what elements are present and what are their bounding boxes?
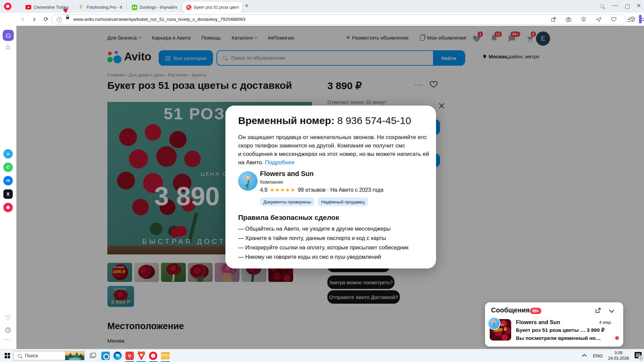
tray-time: 3:05 — [603, 350, 634, 356]
tray-date: 24.03.2026 — [603, 356, 634, 361]
tab-duolingo[interactable]: Duolingo - Изучайте англ — [128, 2, 180, 13]
tray-language[interactable]: ENG — [593, 353, 603, 358]
bookmark-heart-icon[interactable] — [611, 16, 617, 22]
open-messenger-icon[interactable] — [594, 307, 602, 314]
temporary-phone-number: 8 936 574-45-10 — [337, 115, 411, 126]
send-to-device-icon[interactable] — [596, 16, 602, 22]
tab-title: Букет роз 51 роза цветы — [194, 5, 239, 10]
speed-dial-home-icon[interactable] — [3, 30, 14, 41]
tab-title: Fotohosting.Pro - Фотохо — [87, 5, 122, 10]
youtube-icon — [25, 4, 31, 10]
task-view-icon[interactable] — [90, 353, 96, 358]
seller-avatar[interactable] — [238, 171, 258, 191]
collapse-chevron-icon[interactable] — [609, 308, 614, 313]
taskbar-search-placeholder: Поиск — [25, 353, 38, 358]
more-details-link[interactable]: Подробнее — [265, 159, 294, 166]
tab-fotohosting[interactable]: F Fotohosting.Pro - Фотохо — [75, 2, 125, 13]
taskbar-search-box[interactable]: Поиск — [13, 351, 85, 360]
edge-icon[interactable] — [113, 352, 122, 360]
extensions-cube-icon[interactable] — [629, 16, 636, 22]
message-date: 4 мар. — [599, 320, 612, 325]
modal-close-icon[interactable]: × — [438, 100, 445, 112]
tab-title: Duolingo - Изучайте англ — [140, 5, 177, 10]
messages-title: Сообщения — [491, 306, 530, 314]
modal-title: Временный номер: 8 936 574-45-10 — [238, 115, 411, 126]
forward-icon[interactable]: › — [33, 14, 36, 24]
fotohosting-icon: F — [78, 4, 84, 10]
tray-expand-icon[interactable] — [582, 354, 587, 359]
modal-body: Он защищает продавца от нежелательных зв… — [238, 133, 429, 167]
share-page-icon[interactable] — [550, 16, 556, 22]
message-sender-name[interactable]: Flowers and Sun — [516, 319, 560, 325]
whatsapp-icon[interactable]: ✆ — [3, 163, 13, 172]
address-bar: ‹ › ⟳ www.avito.ru/moskva/rasteniya/buke… — [0, 13, 644, 26]
site-info-icon[interactable] — [57, 17, 62, 22]
taskbar-search-icon — [18, 354, 21, 358]
message-sender-avatar — [488, 317, 500, 330]
opera-news-icon[interactable] — [3, 203, 13, 212]
safety-rules-title: Правила безопасных сделок — [238, 214, 339, 222]
tab-separator — [126, 4, 127, 9]
tab-avito-active[interactable]: Букет роз 51 роза цветы — [182, 2, 242, 13]
file-explorer-icon[interactable] — [161, 352, 170, 359]
telegram-icon[interactable]: ➤ — [3, 149, 13, 159]
start-button-icon[interactable] — [5, 353, 10, 358]
back-icon[interactable]: ‹ — [21, 14, 24, 24]
minimize-icon[interactable]: — — [612, 2, 618, 9]
safety-rule: — Храните в тайне почту, данные паспорта… — [238, 235, 386, 241]
likes-heart-icon[interactable]: ♡ — [5, 314, 11, 322]
temporary-number-modal: Временный номер: 8 936 574-45-10 Он защи… — [225, 106, 436, 268]
opera-sidebar: ☆ ➤ ✆ VK X ♡ ··· — [0, 26, 17, 349]
safety-rule: — Никому не говорите коды из смс и пуш-у… — [238, 254, 381, 260]
opera-taskbar-icon[interactable] — [149, 352, 157, 360]
reload-icon[interactable]: ⟳ — [44, 15, 48, 24]
messages-popup: Сообщения 99+ РОЗА 3890 ₽ Flowers and Su… — [485, 302, 623, 347]
adblock-shield-icon[interactable] — [581, 16, 587, 22]
duolingo-icon — [131, 4, 137, 10]
close-window-icon[interactable]: × — [637, 2, 641, 9]
badge-documents-verified: Документы проверены — [260, 197, 314, 206]
seller-name[interactable]: Flowers and Sun — [260, 170, 314, 178]
new-tab-button[interactable]: + — [245, 2, 249, 10]
history-clock-icon[interactable] — [5, 327, 11, 334]
windows-taskbar: Поиск V ENG — [0, 349, 644, 362]
x-twitter-icon[interactable]: X — [3, 189, 13, 199]
taskbar-search-image — [65, 351, 84, 360]
rating-stars-icon: ★★★★★ — [270, 187, 296, 193]
opera-menu-icon[interactable] — [4, 3, 11, 10]
seller-badges: Документы проверены Надёжный продавец — [260, 197, 371, 206]
badge-reliable-seller: Надёжный продавец — [318, 197, 368, 206]
message-line-preview[interactable]: Вы посмотрели временный но… — [516, 335, 610, 341]
rating-value: 4,9 — [260, 187, 267, 193]
seller-type: Компания — [260, 179, 283, 185]
screen: Clementine Tickles AJ – Ro F Fotohosting… — [0, 0, 644, 362]
lock-icon[interactable] — [66, 17, 69, 19]
safety-rule: — Общайтесь на Авито, не уходите в други… — [238, 226, 390, 232]
sidebar-toggle-pill[interactable] — [639, 15, 642, 23]
seller-rating-row[interactable]: 4,9 ★★★★★ 99 отзывов · На Авито с 2023 г… — [260, 187, 383, 193]
bookmarks-star-icon[interactable]: ☆ — [5, 43, 11, 51]
browser-tab-bar: Clementine Tickles AJ – Ro F Fotohosting… — [0, 0, 644, 13]
messages-count-badge: 99+ — [530, 308, 541, 314]
message-line-item[interactable]: Букет роз 51 роза цветы … 3 890 ₽ — [516, 327, 604, 333]
safety-rule: — Игнорируйте ссылки на оплату, которые … — [238, 244, 409, 251]
unread-dot — [615, 336, 619, 340]
vk-icon[interactable]: VK — [3, 176, 13, 185]
vivaldi-icon[interactable]: V — [125, 352, 134, 360]
tab-search-icon[interactable] — [600, 4, 604, 8]
avito-favicon-icon — [186, 4, 192, 10]
maximize-icon[interactable] — [625, 4, 630, 9]
reviews-text: 99 отзывов · На Авито с 2023 года — [298, 187, 383, 193]
tray-clock[interactable]: 3:05 24.03.2026 — [603, 350, 634, 361]
notification-count-badge: 1 — [638, 355, 643, 360]
url-field[interactable]: www.avito.ru/moskva/rasteniya/buket_roz_… — [51, 14, 626, 24]
snapshot-camera-icon[interactable] — [566, 16, 572, 22]
sidebar-more-icon[interactable]: ··· — [4, 336, 11, 343]
brave-icon[interactable] — [138, 351, 145, 360]
url-text[interactable]: www.avito.ru/moskva/rasteniya/buket_roz_… — [73, 17, 246, 22]
tab-separator — [73, 4, 74, 9]
outlook-icon[interactable] — [101, 352, 110, 360]
